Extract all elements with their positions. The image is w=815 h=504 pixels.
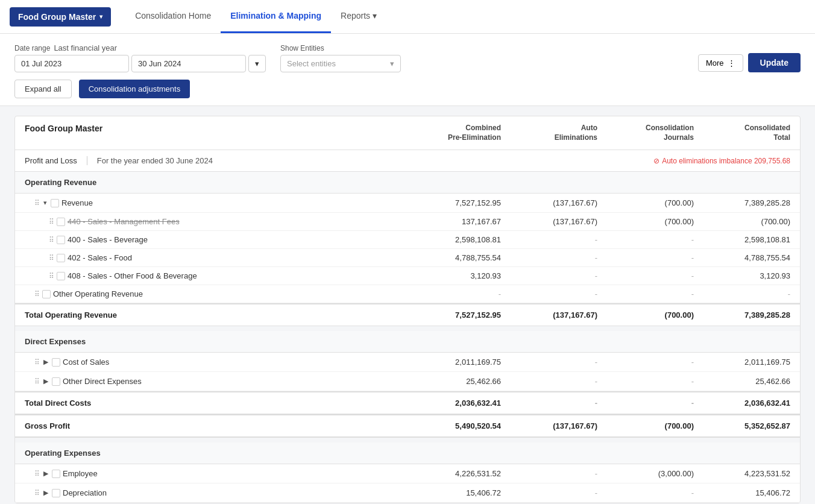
drag-handle-icon[interactable]: ⠿ xyxy=(34,489,40,497)
col-header-combined: CombinedPre-Elimination xyxy=(404,124,501,142)
drag-handle-icon[interactable]: ⠿ xyxy=(34,377,40,386)
more-label: More xyxy=(706,58,724,68)
employee-total: 4,223,531.52 xyxy=(694,469,790,478)
drag-handle-icon[interactable]: ⠿ xyxy=(49,254,54,262)
section-operating-expenses: Operating Expenses xyxy=(15,443,800,464)
chevron-down-icon: ▾ xyxy=(255,59,259,68)
row-440-combined: 137,167.67 xyxy=(404,217,501,226)
drag-handle-icon[interactable]: ⠿ xyxy=(49,218,54,226)
more-button[interactable]: More ⋮ xyxy=(698,54,743,72)
row-checkbox[interactable] xyxy=(52,358,60,367)
employee-combined: 4,226,531.52 xyxy=(404,469,501,478)
date-range-preset: Last financial year xyxy=(54,43,117,52)
other-op-combined: - xyxy=(404,289,501,298)
gross-profit-auto: (137,167.67) xyxy=(501,421,597,430)
date-from-input[interactable] xyxy=(14,55,129,72)
depreciation-total: 15,406.72 xyxy=(694,488,790,497)
table-row: ⠿ ▶ Employee 4,226,531.52 - (3,000.00) 4… xyxy=(15,464,800,484)
row-checkbox[interactable] xyxy=(52,377,60,386)
other-direct-expenses-label: Other Direct Expenses xyxy=(63,377,142,386)
other-op-total: - xyxy=(694,289,790,298)
date-range-field: Date range Last financial year ▾ xyxy=(14,43,266,72)
report-title: Food Group Master xyxy=(25,124,404,142)
expand-employee-button[interactable]: ▶ xyxy=(42,468,49,479)
ode-auto: - xyxy=(501,377,597,386)
row-label-area: ⠿ ▶ Other Direct Expenses xyxy=(34,376,404,386)
row-label-area: ⠿ ▶ Employee xyxy=(34,468,404,479)
row-440-auto: (137,167.67) xyxy=(501,217,597,226)
nav-reports[interactable]: Reports ▾ xyxy=(331,0,386,33)
ode-journals: - xyxy=(597,377,694,386)
brand-button[interactable]: Food Group Master ▾ xyxy=(10,7,111,27)
row-checkbox[interactable] xyxy=(42,290,51,298)
row-440-label: 440 - Sales - Management Fees xyxy=(68,217,180,226)
cos-journals: - xyxy=(597,358,694,367)
gross-profit-total: 5,352,652.87 xyxy=(694,421,790,430)
revenue-combined: 7,527,152.95 xyxy=(404,198,501,207)
brand-chevron-icon: ▾ xyxy=(99,13,102,20)
drag-handle-icon[interactable]: ⠿ xyxy=(34,199,40,207)
section-gap xyxy=(15,326,800,331)
table-row: ⠿ 408 - Sales - Other Food & Beverage 3,… xyxy=(15,267,800,285)
row-checkbox[interactable] xyxy=(52,489,60,497)
row-checkbox[interactable] xyxy=(52,470,60,478)
employee-journals: (3,000.00) xyxy=(597,469,694,478)
date-range-dropdown[interactable]: ▾ xyxy=(248,55,266,72)
update-button[interactable]: Update xyxy=(748,53,801,72)
expand-depreciation-button[interactable]: ▶ xyxy=(42,488,49,498)
drag-handle-icon[interactable]: ⠿ xyxy=(49,272,54,280)
row-checkbox[interactable] xyxy=(57,236,65,244)
total-op-revenue-journals: (700.00) xyxy=(597,310,694,320)
row-label-area: ⠿ 440 - Sales - Management Fees xyxy=(49,217,404,226)
employee-label: Employee xyxy=(63,469,98,478)
gross-profit-label: Gross Profit xyxy=(25,421,404,430)
revenue-journals: (700.00) xyxy=(597,198,694,207)
row-440-journals: (700.00) xyxy=(597,217,694,226)
row-402-auto: - xyxy=(501,253,597,262)
row-checkbox[interactable] xyxy=(57,272,65,280)
total-op-revenue-total: 7,389,285.28 xyxy=(694,310,790,320)
depreciation-combined: 15,406.72 xyxy=(404,488,501,497)
drag-handle-icon[interactable]: ⠿ xyxy=(34,290,40,298)
expand-other-direct-button[interactable]: ▶ xyxy=(42,376,49,386)
cos-auto: - xyxy=(501,358,597,367)
row-402-total: 4,788,755.54 xyxy=(694,253,790,262)
nav-elimination-mapping[interactable]: Elimination & Mapping xyxy=(221,0,331,33)
row-408-combined: 3,120.93 xyxy=(404,271,501,280)
drag-handle-icon[interactable]: ⠿ xyxy=(34,470,40,478)
select-entities-dropdown[interactable]: Select entities ▾ xyxy=(280,55,401,72)
row-408-auto: - xyxy=(501,271,597,280)
expand-cost-of-sales-button[interactable]: ▶ xyxy=(42,357,49,367)
expand-all-button[interactable]: Expand all xyxy=(14,80,72,98)
row-440-total: (700.00) xyxy=(694,217,790,226)
expand-revenue-button[interactable]: ▾ xyxy=(42,198,48,208)
table-row: ⠿ 402 - Sales - Food 4,788,755.54 - - 4,… xyxy=(15,249,800,267)
cost-of-sales-label: Cost of Sales xyxy=(63,358,109,367)
row-label-area: ⠿ 402 - Sales - Food xyxy=(49,253,404,262)
main-content: Food Group Master CombinedPre-Eliminatio… xyxy=(0,106,815,504)
report-container: Food Group Master CombinedPre-Eliminatio… xyxy=(14,116,801,503)
table-row: ⠿ ▶ Depreciation 15,406.72 - - 15,406.72 xyxy=(15,484,800,503)
top-nav: Food Group Master ▾ Consolidation Home E… xyxy=(0,0,815,34)
col-header-auto: AutoEliminations xyxy=(501,124,597,142)
pl-alert: ⊘ Auto eliminations imbalance 209,755.68 xyxy=(653,157,790,165)
row-checkbox[interactable] xyxy=(57,218,65,226)
row-402-journals: - xyxy=(597,253,694,262)
revenue-checkbox[interactable] xyxy=(51,199,59,207)
table-row: ⠿ ▶ Cost of Sales 2,011,169.75 - - 2,011… xyxy=(15,353,800,372)
cos-combined: 2,011,169.75 xyxy=(404,358,501,367)
drag-handle-icon[interactable]: ⠿ xyxy=(49,236,54,244)
row-checkbox[interactable] xyxy=(57,254,65,262)
gross-profit-journals: (700.00) xyxy=(597,421,694,430)
nav-consolidation-home[interactable]: Consolidation Home xyxy=(125,0,221,33)
drag-handle-icon[interactable]: ⠿ xyxy=(34,358,40,367)
select-entities-placeholder: Select entities xyxy=(287,59,336,68)
depreciation-auto: - xyxy=(501,488,597,497)
toolbar: Date range Last financial year ▾ Show En… xyxy=(0,34,815,106)
ode-combined: 25,462.66 xyxy=(404,377,501,386)
total-operating-revenue-row: Total Operating Revenue 7,527,152.95 (13… xyxy=(15,303,800,326)
reports-chevron-icon: ▾ xyxy=(373,11,377,20)
row-408-journals: - xyxy=(597,271,694,280)
date-to-input[interactable] xyxy=(131,55,246,72)
consolidation-adjustments-button[interactable]: Consolidation adjustments xyxy=(79,80,190,98)
